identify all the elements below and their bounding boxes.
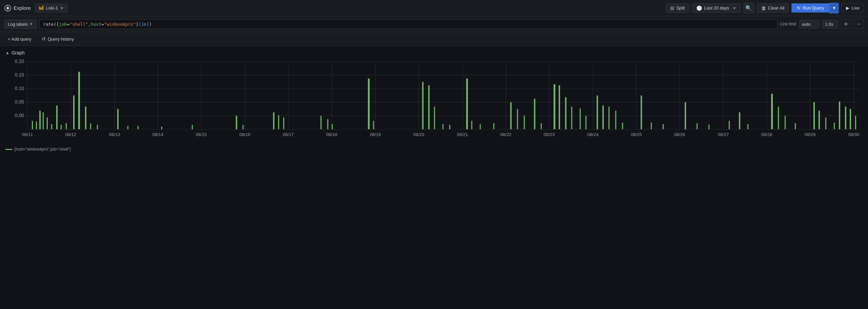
- svg-rect-114: [663, 124, 664, 129]
- log-labels-button[interactable]: Log labels ▼: [4, 20, 37, 29]
- svg-rect-75: [161, 127, 162, 129]
- line-limit-input[interactable]: [799, 20, 819, 28]
- clear-all-button[interactable]: 🗑 Clear All: [757, 3, 789, 13]
- clock-icon: 🕐: [696, 5, 702, 11]
- legend-color-swatch: [5, 149, 12, 150]
- query-history-button[interactable]: ↺ Query history: [38, 34, 78, 44]
- svg-text:0.00: 0.00: [15, 113, 24, 118]
- svg-text:08/22: 08/22: [500, 132, 511, 137]
- svg-text:08/24: 08/24: [587, 132, 598, 137]
- eye-icon: 👁: [844, 21, 849, 27]
- svg-text:0.05: 0.05: [15, 99, 24, 105]
- line-limit-label: Line limit: [780, 22, 796, 26]
- svg-rect-130: [845, 107, 846, 129]
- svg-rect-67: [73, 95, 75, 129]
- svg-rect-104: [571, 107, 572, 129]
- svg-text:08/28: 08/28: [761, 132, 772, 137]
- query-bar: Log labels ▼ rate({job="shell",host="win…: [0, 16, 868, 32]
- svg-rect-99: [534, 99, 535, 129]
- query-history-label: Query history: [48, 37, 74, 42]
- run-query-chevron[interactable]: ▼: [829, 3, 839, 14]
- remove-query-button[interactable]: −: [854, 19, 864, 29]
- svg-text:08/13: 08/13: [109, 132, 120, 137]
- split-label: Split: [676, 5, 685, 10]
- datasource-chevron: ▼: [60, 6, 64, 10]
- svg-rect-122: [778, 107, 779, 129]
- svg-rect-62: [47, 117, 48, 129]
- svg-rect-64: [56, 106, 58, 129]
- svg-rect-82: [320, 116, 321, 129]
- play-icon: ▶: [846, 5, 849, 10]
- legend-label: {host="winbookpro",job="shell"}: [14, 147, 71, 152]
- svg-rect-112: [641, 95, 642, 129]
- svg-rect-85: [368, 79, 369, 129]
- svg-rect-66: [66, 123, 67, 129]
- refresh-icon: ↻: [797, 5, 801, 10]
- svg-rect-101: [554, 84, 555, 129]
- navbar: Explore Loki-1 ▼ ⊟ Split 🕐 Last 20 days …: [0, 0, 868, 16]
- svg-text:08/17: 08/17: [283, 132, 294, 137]
- svg-rect-93: [471, 121, 472, 129]
- svg-rect-132: [855, 116, 856, 129]
- svg-text:0.15: 0.15: [15, 72, 24, 78]
- query-time-input[interactable]: [822, 20, 838, 28]
- svg-rect-125: [813, 102, 815, 129]
- svg-rect-68: [78, 72, 80, 129]
- run-query-label: Run Query: [803, 5, 824, 10]
- svg-rect-115: [685, 102, 686, 129]
- datasource-selector[interactable]: Loki-1 ▼: [35, 4, 67, 13]
- svg-rect-69: [85, 107, 86, 129]
- svg-rect-94: [480, 124, 481, 129]
- svg-rect-107: [597, 95, 598, 129]
- toggle-visibility-button[interactable]: 👁: [841, 19, 851, 29]
- svg-text:08/23: 08/23: [544, 132, 555, 137]
- svg-rect-63: [51, 124, 52, 129]
- time-range-label: Last 20 days: [704, 5, 729, 10]
- svg-rect-76: [192, 125, 193, 129]
- chart-legend: {host="winbookpro",job="shell"}: [0, 145, 868, 153]
- svg-text:08/14: 08/14: [152, 132, 164, 137]
- log-labels-text: Log labels: [8, 22, 28, 27]
- svg-rect-65: [61, 125, 62, 129]
- svg-rect-96: [510, 102, 512, 129]
- svg-rect-78: [242, 125, 244, 129]
- svg-rect-91: [449, 125, 450, 129]
- svg-rect-80: [278, 115, 279, 129]
- split-button[interactable]: ⊟ Split: [666, 3, 689, 13]
- chart-svg: 0.20 0.15 0.10 0.05 0.00 08/11 08/12 08/…: [5, 58, 863, 139]
- svg-text:08/16: 08/16: [239, 132, 251, 137]
- query-input-field[interactable]: rate({job="shell",host="winbookpro"}[1m]…: [39, 19, 777, 29]
- explore-logo: Explore: [4, 4, 31, 12]
- svg-rect-109: [609, 107, 610, 129]
- svg-rect-126: [819, 111, 820, 129]
- svg-rect-81: [283, 117, 284, 129]
- graph-collapse-icon[interactable]: ▲: [5, 50, 9, 55]
- nav-actions: ⊟ Split 🕐 Last 20 days ▼ 🔍 🗑 Clear All ↻…: [666, 3, 864, 14]
- svg-rect-119: [739, 112, 740, 129]
- add-query-button[interactable]: + Add query: [4, 35, 35, 44]
- svg-text:08/29: 08/29: [805, 132, 816, 137]
- svg-text:08/26: 08/26: [674, 132, 685, 137]
- time-range-button[interactable]: 🕐 Last 20 days ▼: [692, 3, 741, 13]
- query-actions-row: + Add query ↺ Query history: [0, 32, 868, 46]
- svg-text:08/21: 08/21: [457, 132, 468, 137]
- live-button[interactable]: ▶ Live: [842, 3, 864, 13]
- log-labels-chevron: ▼: [29, 22, 33, 26]
- svg-rect-106: [586, 116, 587, 129]
- add-query-label: + Add query: [8, 37, 31, 42]
- svg-rect-4: [39, 6, 40, 10]
- svg-rect-95: [493, 123, 494, 129]
- svg-rect-86: [373, 121, 374, 129]
- svg-rect-6: [42, 6, 43, 10]
- svg-rect-72: [117, 109, 119, 129]
- svg-rect-88: [428, 85, 429, 129]
- svg-rect-87: [422, 82, 423, 129]
- svg-rect-74: [137, 126, 139, 129]
- svg-rect-110: [615, 111, 616, 129]
- run-query-button[interactable]: ↻ Run Query: [791, 3, 829, 13]
- svg-text:08/12: 08/12: [65, 132, 77, 137]
- svg-rect-103: [565, 97, 567, 129]
- run-query-group: ↻ Run Query ▼: [791, 3, 839, 14]
- search-button[interactable]: 🔍: [743, 3, 754, 14]
- svg-text:08/19: 08/19: [370, 132, 381, 137]
